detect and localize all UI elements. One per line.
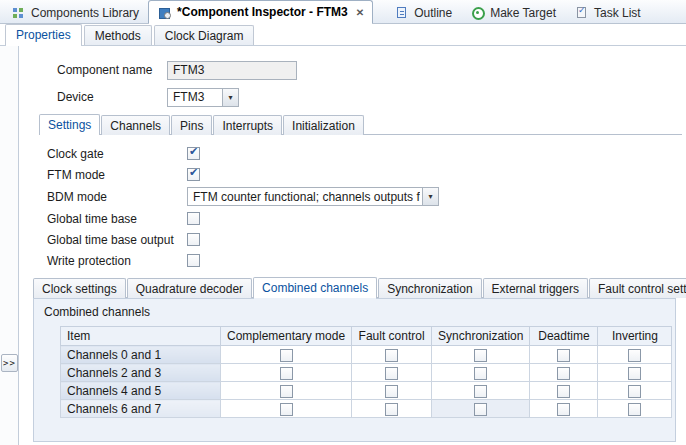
fault-control-checkbox[interactable] [385,403,398,416]
inspector-tabbar: Properties Methods Clock Diagram [0,24,686,46]
complementary-mode-checkbox[interactable] [280,385,293,398]
synchronization-checkbox[interactable] [474,385,487,398]
ftm-mode-checkbox[interactable] [187,168,200,181]
fault-control-checkbox[interactable] [385,349,398,362]
complementary-mode-checkbox[interactable] [280,367,293,380]
tab-synchronization[interactable]: Synchronization [378,278,481,298]
table-row: Channels 2 and 3 [61,364,672,382]
tab-label: Clock Diagram [165,29,244,43]
complementary-mode-checkbox[interactable] [280,349,293,362]
properties-panel: Component name FTM3 Device FTM3 ▾ Settin… [19,46,686,445]
tab-properties[interactable]: Properties [5,24,82,45]
synchronization-checkbox[interactable] [474,403,487,416]
settings-tabbar: Settings Channels Pins Interrupts Initia… [39,114,686,135]
deadtime-checkbox[interactable] [557,385,570,398]
setting-row-ftm-mode: FTM mode [47,164,686,185]
column-header-item: Item [61,327,221,346]
tab-label: Settings [48,118,91,132]
tab-component-inspector[interactable]: *Component Inspector - FTM3 ✕ [148,0,373,23]
complementary-mode-checkbox[interactable] [280,403,293,416]
tab-external-triggers[interactable]: External triggers [483,278,588,298]
clock-gate-label: Clock gate [47,147,187,161]
tab-label: Clock settings [42,282,117,296]
setting-row-bdm-mode: BDM mode FTM counter functional; channel… [47,185,686,208]
tab-initialization[interactable]: Initialization [283,115,364,135]
tab-clock-diagram[interactable]: Clock Diagram [154,25,255,45]
column-header-deadtime: Deadtime [530,327,598,346]
inspector-body: >> Component name FTM3 Device FTM3 ▾ Se [0,46,686,445]
tab-label: Interrupts [222,119,273,133]
deadtime-checkbox[interactable] [557,349,570,362]
tab-label: Synchronization [387,282,472,296]
components-library-icon [11,5,26,20]
tab-label: Fault control settings [598,282,686,296]
tab-group-separator [373,22,385,23]
close-icon[interactable]: ✕ [356,7,364,18]
expand-palette-button[interactable]: >> [1,354,18,372]
tab-components-library[interactable]: Components Library [2,1,148,23]
table-header-row: Item Complementary mode Fault control Sy… [61,327,672,346]
tab-make-target[interactable]: Make Target [461,1,565,23]
row-item-label[interactable]: Channels 0 and 1 [61,346,221,364]
deadtime-checkbox[interactable] [557,403,570,416]
tab-outline[interactable]: Outline [385,1,461,23]
tab-settings[interactable]: Settings [39,114,100,135]
make-target-icon [470,5,485,20]
setting-row-global-time-base: Global time base [47,208,686,229]
device-row: Device FTM3 ▾ [57,87,686,107]
tab-label: *Component Inspector - FTM3 [177,5,348,19]
combined-channels-group: Combined channels Item Complementary mod… [33,298,676,442]
tab-label: Pins [180,119,203,133]
tab-task-list[interactable]: Task List [565,1,650,23]
write-protection-label: Write protection [47,254,187,268]
row-item-label[interactable]: Channels 4 and 5 [61,382,221,400]
device-value: FTM3 [173,90,220,104]
setting-row-global-time-base-output: Global time base output [47,229,686,250]
bdm-mode-select[interactable]: FTM counter functional; channels outputs… [187,187,439,206]
inverting-checkbox[interactable] [628,349,641,362]
clock-gate-checkbox[interactable] [187,147,200,160]
fault-control-checkbox[interactable] [385,367,398,380]
device-label: Device [57,90,167,104]
column-header-fault-control: Fault control [352,327,432,346]
task-list-icon [574,5,589,20]
row-item-label[interactable]: Channels 6 and 7 [61,400,221,418]
write-protection-checkbox[interactable] [187,254,200,267]
synchronization-checkbox[interactable] [474,349,487,362]
tab-pins[interactable]: Pins [171,115,212,135]
row-item-label[interactable]: Channels 2 and 3 [61,364,221,382]
inverting-checkbox[interactable] [628,367,641,380]
chevron-down-icon[interactable]: ▾ [222,89,238,106]
fault-control-checkbox[interactable] [385,385,398,398]
tab-channels[interactable]: Channels [101,115,170,135]
tab-interrupts[interactable]: Interrupts [213,115,282,135]
inverting-checkbox[interactable] [628,403,641,416]
tab-label: Quadrature decoder [136,282,243,296]
deadtime-checkbox[interactable] [557,367,570,380]
device-select[interactable]: FTM3 ▾ [167,88,239,107]
component-name-field[interactable]: FTM3 [167,61,297,80]
tab-label: Make Target [490,6,556,20]
chevron-down-icon[interactable]: ▾ [422,188,438,205]
bdm-mode-label: BDM mode [47,190,187,204]
synchronization-checkbox[interactable] [474,367,487,380]
global-time-base-output-checkbox[interactable] [187,233,200,246]
tab-quadrature-decoder[interactable]: Quadrature decoder [127,278,252,298]
ftm-mode-label: FTM mode [47,168,187,182]
table-row: Channels 4 and 5 [61,382,672,400]
component-name-label: Component name [57,63,167,77]
tab-combined-channels[interactable]: Combined channels [253,277,377,298]
component-inspector-icon [157,5,172,20]
global-time-base-checkbox[interactable] [187,212,200,225]
global-time-base-label: Global time base [47,212,187,226]
setting-row-clock-gate: Clock gate [47,143,686,164]
tab-label: Channels [110,119,161,133]
tab-label: Task List [594,6,641,20]
tab-label: External triggers [492,282,579,296]
view-tabbar: Components Library *Component Inspector … [0,0,686,24]
inverting-checkbox[interactable] [628,385,641,398]
component-name-value: FTM3 [173,63,204,77]
tab-methods[interactable]: Methods [84,25,152,45]
tab-clock-settings[interactable]: Clock settings [33,278,126,298]
tab-fault-control-settings[interactable]: Fault control settings [589,278,686,298]
